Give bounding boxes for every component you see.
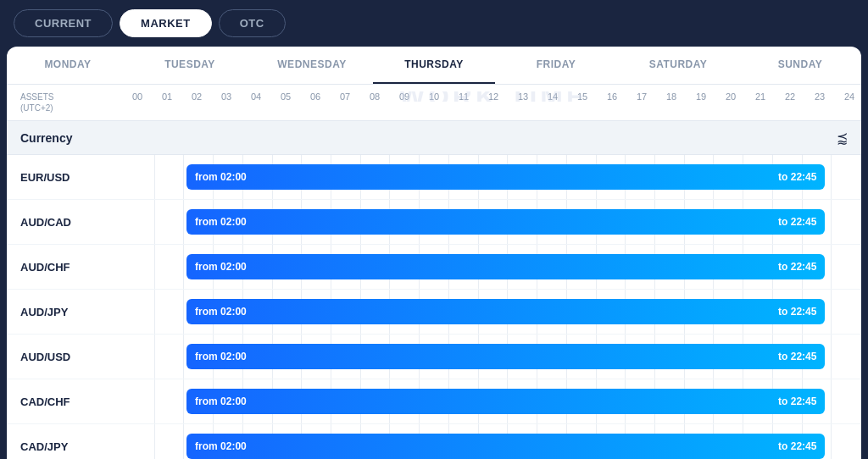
time-label-11: 11 (455, 91, 472, 102)
nav-btn-market[interactable]: MARKET (120, 9, 212, 37)
table-row: AUD/USDfrom 02:00to 22:45 (7, 335, 861, 379)
time-label-10: 10 (426, 91, 442, 102)
section-header[interactable]: Currency ⪷ (7, 121, 861, 155)
app-wrapper: CURRENTMARKETOTC MONDAYTUESDAYWEDNESDAYT… (0, 0, 868, 459)
time-label-24: 24 (841, 91, 858, 102)
bar-from-label: from 02:00 (195, 216, 247, 228)
bar-to-label: to 22:45 (778, 171, 816, 183)
asset-list: EUR/USDfrom 02:00to 22:45AUD/CADfrom 02:… (7, 155, 861, 459)
table-row: AUD/CHFfrom 02:00to 22:45 (7, 245, 861, 290)
day-tab-tuesday[interactable]: TUESDAY (129, 47, 251, 84)
trading-bar-AUDCHF[interactable]: from 02:00to 22:45 (186, 254, 825, 279)
bar-to-label: to 22:45 (778, 216, 816, 228)
bar-to-label: to 22:45 (778, 440, 816, 452)
bar-from-label: from 02:00 (195, 171, 247, 183)
day-tab-monday[interactable]: MONDAY (7, 47, 129, 84)
asset-name-CADCHF: CAD/CHF (7, 395, 125, 408)
table-row: AUD/CADfrom 02:00to 22:45 (7, 200, 861, 245)
trading-bar-AUDCAD[interactable]: from 02:00to 22:45 (186, 209, 825, 235)
time-label-23: 23 (811, 91, 828, 102)
trading-bar-EURUSD[interactable]: from 02:00to 22:45 (186, 164, 825, 190)
time-label-01: 01 (159, 91, 175, 102)
time-label-09: 09 (396, 91, 413, 102)
asset-timeline-AUDCAD: from 02:00to 22:45 (125, 200, 861, 244)
day-tab-thursday[interactable]: THURSDAY (373, 47, 495, 84)
asset-name-EURUSD: EUR/USD (7, 171, 125, 184)
time-label-04: 04 (248, 91, 264, 102)
day-tabs: MONDAYTUESDAYWEDNESDAYTHURSDAYFRIDAYSATU… (7, 47, 861, 85)
time-label-20: 20 (722, 91, 739, 102)
asset-name-AUDUSD: AUD/USD (7, 351, 125, 363)
chevron-down-icon: ⪷ (837, 130, 848, 146)
bar-from-label: from 02:00 (195, 440, 247, 452)
asset-timeline-AUDJPY: from 02:00to 22:45 (125, 290, 861, 334)
bar-to-label: to 22:45 (778, 395, 816, 407)
asset-name-AUDCHF: AUD/CHF (7, 261, 125, 274)
bar-to-label: to 22:45 (778, 351, 816, 362)
bar-from-label: from 02:00 (195, 306, 247, 318)
time-label-02: 02 (188, 91, 205, 102)
asset-name-AUDCAD: AUD/CAD (7, 216, 125, 229)
asset-timeline-EURUSD: from 02:00to 22:45 (125, 155, 861, 199)
day-tab-wednesday[interactable]: WEDNESDAY (251, 47, 373, 84)
table-row: EUR/USDfrom 02:00to 22:45 (7, 155, 861, 200)
timeline-header: ASSETS (UTC+2) WORK TIME 000102030405060… (7, 85, 861, 121)
table-row: CAD/JPYfrom 02:00to 22:45 (7, 424, 861, 459)
asset-name-AUDJPY: AUD/JPY (7, 306, 125, 318)
bar-from-label: from 02:00 (195, 261, 247, 273)
time-label-06: 06 (307, 91, 324, 102)
time-label-15: 15 (574, 91, 591, 102)
trading-bar-AUDJPY[interactable]: from 02:00to 22:45 (186, 299, 825, 324)
time-label-21: 21 (752, 91, 769, 102)
time-label-03: 03 (218, 91, 235, 102)
time-label-13: 13 (515, 91, 531, 102)
top-nav: CURRENTMARKETOTC (0, 0, 868, 47)
table-row: CAD/CHFfrom 02:00to 22:45 (7, 379, 861, 424)
time-label-00: 00 (129, 91, 146, 102)
bar-to-label: to 22:45 (778, 261, 816, 273)
time-label-16: 16 (604, 91, 620, 102)
asset-name-CADJPY: CAD/JPY (7, 440, 125, 453)
day-tab-friday[interactable]: FRIDAY (495, 47, 617, 84)
time-label-17: 17 (633, 91, 650, 102)
time-label-14: 14 (544, 91, 561, 102)
bar-from-label: from 02:00 (195, 351, 247, 362)
time-label-18: 18 (663, 91, 680, 102)
asset-timeline-AUDUSD: from 02:00to 22:45 (125, 335, 861, 379)
bar-to-label: to 22:45 (778, 306, 816, 318)
asset-timeline-AUDCHF: from 02:00to 22:45 (125, 245, 861, 289)
day-tab-saturday[interactable]: SATURDAY (617, 47, 739, 84)
time-label-07: 07 (337, 91, 353, 102)
timezone-label: (UTC+2) (20, 102, 125, 113)
main-content: MONDAYTUESDAYWEDNESDAYTHURSDAYFRIDAYSATU… (7, 47, 861, 459)
table-row: AUD/JPYfrom 02:00to 22:45 (7, 290, 861, 335)
trading-bar-CADCHF[interactable]: from 02:00to 22:45 (186, 389, 825, 414)
nav-btn-current[interactable]: CURRENT (14, 9, 113, 37)
bar-from-label: from 02:00 (195, 395, 247, 407)
time-label-05: 05 (277, 91, 294, 102)
day-tab-sunday[interactable]: SUNDAY (739, 47, 861, 84)
asset-timeline-CADCHF: from 02:00to 22:45 (125, 379, 861, 423)
time-label-12: 12 (485, 91, 502, 102)
time-label-08: 08 (366, 91, 383, 102)
trading-bar-AUDUSD[interactable]: from 02:00to 22:45 (186, 344, 825, 369)
section-title: Currency (20, 131, 72, 145)
asset-timeline-CADJPY: from 02:00to 22:45 (125, 424, 861, 459)
assets-label: ASSETS (20, 91, 125, 102)
nav-btn-otc[interactable]: OTC (219, 9, 286, 37)
time-label-19: 19 (693, 91, 709, 102)
time-label-22: 22 (782, 91, 798, 102)
trading-bar-CADJPY[interactable]: from 02:00to 22:45 (186, 434, 825, 459)
